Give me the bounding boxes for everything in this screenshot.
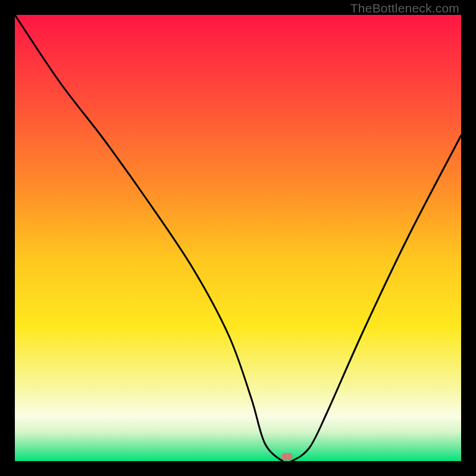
gradient-background	[15, 15, 461, 461]
watermark-text: TheBottleneck.com	[350, 1, 459, 15]
bottleneck-chart	[15, 15, 461, 461]
plot-area	[15, 15, 461, 461]
chart-frame: TheBottleneck.com	[0, 0, 476, 476]
optimal-point-marker	[282, 453, 293, 461]
